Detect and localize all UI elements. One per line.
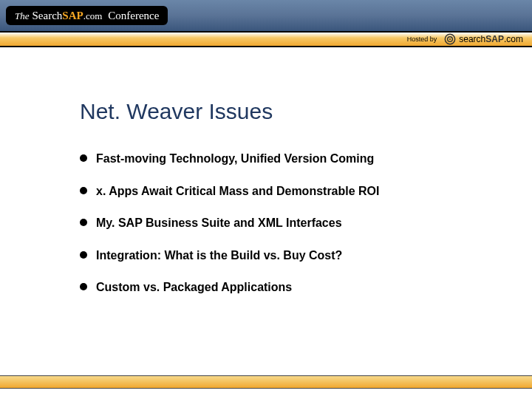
header-bar: The SearchSAP.com Conference	[0, 0, 532, 31]
badge-sap: SAP	[62, 10, 83, 21]
badge-conference: Conference	[108, 10, 159, 22]
bullet-list: Fast-moving Technology, Unified Version …	[80, 151, 480, 296]
list-item: My. SAP Business Suite and XML Interface…	[80, 215, 480, 231]
badge-dotcom: .com	[83, 10, 103, 21]
badge-brand: SearchSAP.com	[33, 9, 103, 22]
badge-search: Search	[33, 10, 63, 21]
host-logo-search: search	[459, 34, 485, 44]
list-item: Custom vs. Packaged Applications	[80, 279, 480, 296]
conference-badge: The SearchSAP.com Conference	[6, 6, 168, 25]
target-icon	[444, 33, 456, 45]
footer-bar	[0, 375, 532, 389]
host-logo-dotcom: .com	[504, 34, 523, 44]
list-item: x. Apps Await Critical Mass and Demonstr…	[80, 183, 480, 200]
host-logo: searchSAP.com	[444, 33, 523, 45]
slide-title: Net. Weaver Issues	[80, 99, 480, 124]
list-item: Fast-moving Technology, Unified Version …	[80, 151, 480, 167]
svg-point-2	[449, 38, 451, 40]
badge-the: The	[15, 10, 30, 22]
slide-content: Net. Weaver Issues Fast-moving Technolog…	[0, 47, 532, 296]
sub-header-band: Hosted by searchSAP.com	[0, 31, 532, 47]
host-logo-sap: SAP	[485, 34, 504, 44]
hosted-by-label: Hosted by	[407, 35, 437, 43]
host-logo-text: searchSAP.com	[459, 34, 523, 44]
list-item: Integration: What is the Build vs. Buy C…	[80, 248, 480, 264]
